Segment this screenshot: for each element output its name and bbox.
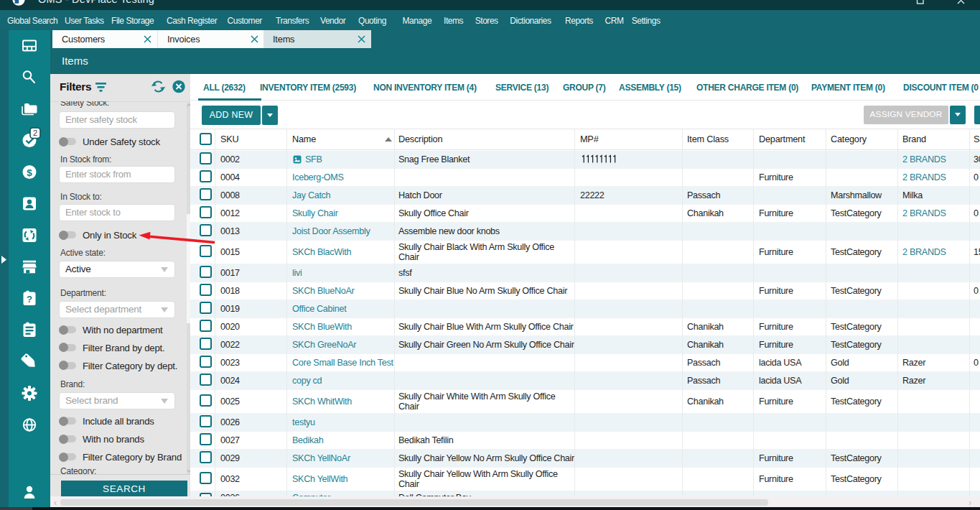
svg-text:$: $ [27, 167, 32, 178]
svg-text:?: ? [27, 294, 32, 305]
svg-text:2: 2 [33, 129, 37, 137]
